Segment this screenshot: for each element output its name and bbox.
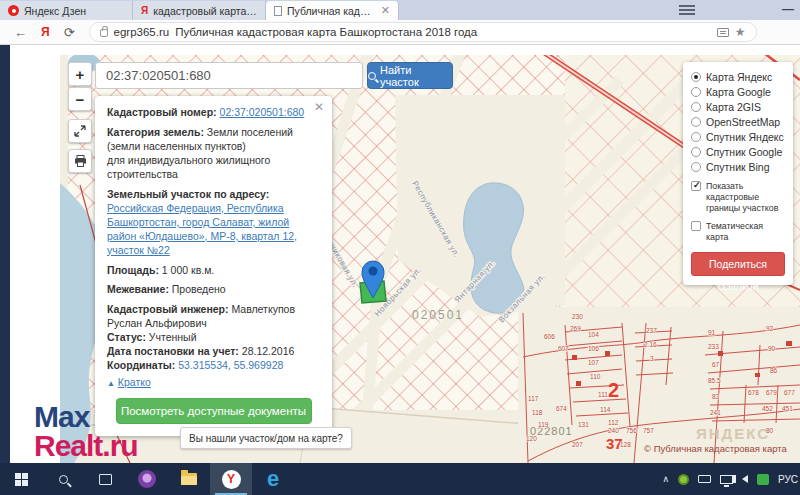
refresh-icon[interactable]: ⟳ xyxy=(64,25,75,40)
site-watermark: Max Realt.ru xyxy=(34,402,138,460)
parcel-info-panel: ✕ Кадастровый номер: 02:37:020501:680 Ка… xyxy=(95,96,332,436)
start-button[interactable] xyxy=(0,463,42,495)
search-icon xyxy=(368,72,376,80)
radio-icon[interactable] xyxy=(691,117,701,127)
layer-option-bing-satellite[interactable]: Спутник Bing xyxy=(691,159,785,174)
collapse-caret-icon: ▲ xyxy=(107,379,115,388)
file-explorer-button[interactable] xyxy=(168,463,210,495)
tray-messenger-icon[interactable] xyxy=(757,474,769,485)
share-link-button[interactable]: Поделиться ссылкой xyxy=(691,252,785,276)
cadastral-search-input[interactable] xyxy=(95,62,363,89)
coordinates-link[interactable]: 53.315534, 55.969928 xyxy=(178,359,283,371)
parcel-number: 679 xyxy=(766,389,777,396)
layer-option-openstreetmap[interactable]: OpenStreetMap xyxy=(691,114,785,129)
layer-option-2gis-map[interactable]: Карта 2GIS xyxy=(691,99,785,114)
panel-close-icon[interactable]: ✕ xyxy=(314,100,324,116)
parcel-number: 677 xyxy=(784,389,795,396)
radio-icon[interactable] xyxy=(691,162,701,172)
parcel-number: 131 xyxy=(578,421,589,428)
radio-icon[interactable] xyxy=(691,102,701,112)
layer-option-google-satellite[interactable]: Спутник Google xyxy=(691,144,785,159)
radio-icon[interactable] xyxy=(691,87,701,97)
map-layers-panel: Карта Яндекс Карта Google Карта 2GIS Ope… xyxy=(683,62,793,285)
zen-icon xyxy=(8,5,19,16)
parcel-number: 67 xyxy=(712,361,720,368)
layer-option-google-map[interactable]: Карта Google xyxy=(691,84,785,99)
tray-device-icon[interactable] xyxy=(698,475,711,483)
tab-label: кадастровый карта земел xyxy=(153,5,257,17)
parcel-number: 85.5 xyxy=(708,377,721,384)
field-label: Межевание: xyxy=(107,283,169,295)
parcel-number: 118 xyxy=(532,409,543,416)
category-note: для индивидуального жилищного строительс… xyxy=(107,154,270,180)
tab-close-icon[interactable]: ✕ xyxy=(381,4,390,17)
parcel-number: 237 xyxy=(646,327,657,334)
parcel-number: 110 xyxy=(590,373,601,380)
field-label: Кадастровый инженер: xyxy=(107,303,229,315)
cadastral-number-link[interactable]: 02:37:020501:680 xyxy=(220,106,305,118)
show-boundaries-checkbox[interactable]: Показать кадастровые границы участков xyxy=(691,181,785,214)
system-tray: ∧ РУС xyxy=(662,474,800,485)
parcel-number: 606 xyxy=(544,333,555,340)
field-label: Координаты: xyxy=(107,359,175,371)
checkbox-label: Тематическая карта xyxy=(706,221,785,243)
view-documents-button[interactable]: Посмотреть доступные документы xyxy=(116,398,312,424)
zoom-out-button[interactable]: − xyxy=(68,87,92,111)
language-indicator[interactable]: РУС xyxy=(778,474,798,485)
yandex-browser-button[interactable]: Y xyxy=(210,463,252,495)
parcel-number: 107 xyxy=(588,359,599,366)
address-row: Земельный участок по адресу: Российская … xyxy=(107,188,320,258)
bookmark-star-icon[interactable]: ★ xyxy=(735,25,746,39)
tooltip-text: Вы нашли участок/дом на карте? xyxy=(189,433,343,444)
field-label: Категория земель: xyxy=(107,126,204,138)
layer-option-yandex-map[interactable]: Карта Яндекс xyxy=(691,69,785,84)
volume-icon[interactable] xyxy=(742,475,748,483)
browser-menu-icon[interactable] xyxy=(679,3,695,16)
task-view-button[interactable] xyxy=(84,463,126,495)
layer-option-yandex-satellite[interactable]: Спутник Яндекс xyxy=(691,129,785,144)
cortana-button[interactable] xyxy=(126,463,168,495)
status-value: Учтенный xyxy=(149,331,197,343)
parcel-number: 233 xyxy=(708,343,719,350)
tray-app-icon[interactable] xyxy=(678,474,689,485)
parcel-number: 607 xyxy=(558,345,569,352)
yandex-button[interactable]: Я xyxy=(41,25,50,39)
address-link[interactable]: Российская Федерация, Республика Башкорт… xyxy=(107,202,297,256)
parcel-number: 111 xyxy=(598,391,608,398)
engineer-row: Кадастровый инженер: Мавлеткупов Руслан … xyxy=(107,303,320,331)
tab-yandex-zen[interactable]: Яндекс Дзен xyxy=(0,1,133,20)
window-minimize-button[interactable]: — xyxy=(782,2,794,16)
print-button[interactable] xyxy=(68,149,92,173)
area-row: Площадь: 1 000 кв.м. xyxy=(107,264,320,278)
tab-cadastral-search[interactable]: Я кадастровый карта земел xyxy=(133,1,266,20)
map-attribution: © Публичная кадастровая карта xyxy=(644,443,788,454)
parcel-number: 452 xyxy=(762,405,773,412)
layer-label: Карта Яндекс xyxy=(706,71,772,83)
collapse-link[interactable]: Кратко xyxy=(118,376,151,388)
keyboard-icon[interactable] xyxy=(717,28,729,37)
selected-parcel-marker[interactable] xyxy=(360,261,386,303)
radio-icon[interactable] xyxy=(691,72,701,82)
taskbar-search-button[interactable] xyxy=(42,463,84,495)
radio-icon[interactable] xyxy=(691,132,701,142)
find-parcel-button[interactable]: Найти участок xyxy=(367,62,453,89)
checkbox-icon[interactable] xyxy=(691,221,701,231)
edge-button[interactable]: e xyxy=(252,463,294,495)
parcel-number: 241 xyxy=(710,409,721,416)
thematic-map-checkbox[interactable]: Тематическая карта xyxy=(691,221,785,243)
browser-toolbar: ← Я ⟳ egrp365.ru Публичная кадастровая к… xyxy=(0,20,800,45)
tab-public-cadastral-map[interactable]: Публичная кадастров ✕ xyxy=(266,1,399,20)
checkbox-icon[interactable] xyxy=(691,181,701,191)
yandex-icon: Я xyxy=(141,5,148,16)
cadastral-number-row: Кадастровый номер: 02:37:020501:680 xyxy=(107,106,320,120)
radio-icon[interactable] xyxy=(691,147,701,157)
windows-icon xyxy=(15,473,28,486)
back-icon[interactable]: ← xyxy=(14,25,27,40)
fullscreen-button[interactable] xyxy=(68,119,92,143)
yandex-map-watermark: ЯНДЕКС xyxy=(696,425,770,442)
tray-expand-icon[interactable]: ∧ xyxy=(662,474,669,484)
parcel-number: 269 xyxy=(570,325,581,332)
parcel-number: 119 xyxy=(538,421,549,428)
zoom-in-button[interactable]: + xyxy=(68,62,92,86)
address-bar[interactable]: egrp365.ru Публичная кадастровая карта Б… xyxy=(89,22,757,42)
